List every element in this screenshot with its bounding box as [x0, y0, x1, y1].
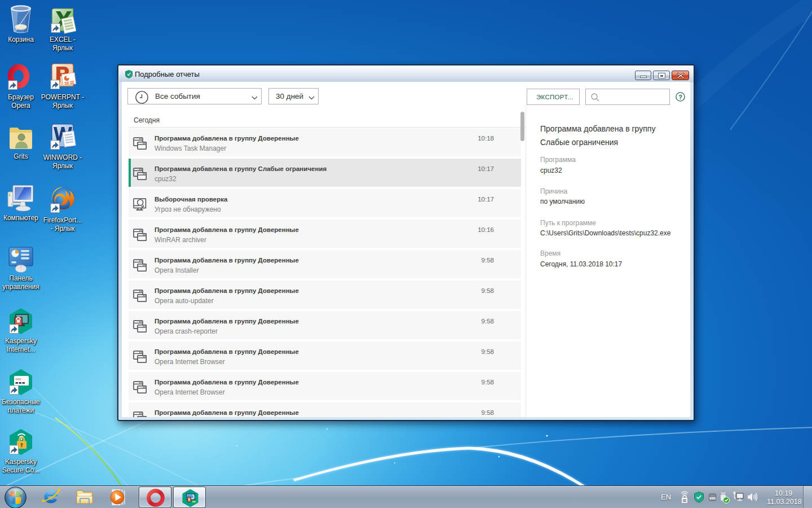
- svg-text:vm: vm: [709, 496, 716, 501]
- svg-text:?: ?: [678, 94, 682, 100]
